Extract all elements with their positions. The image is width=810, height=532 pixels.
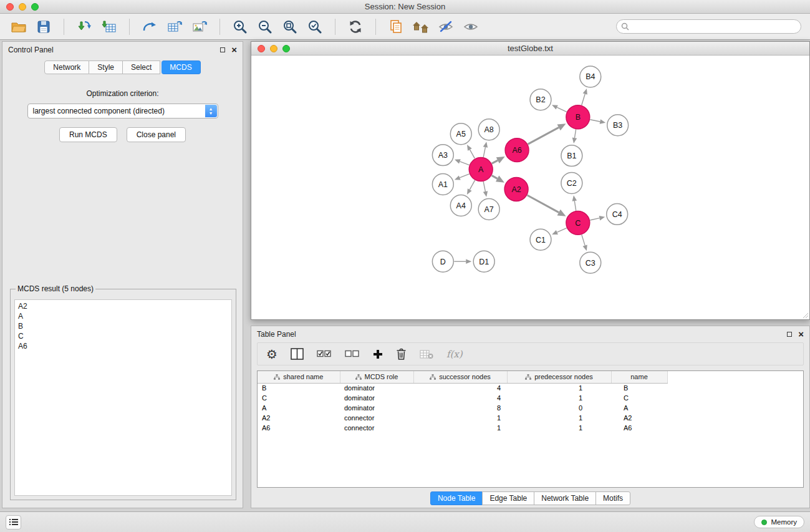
toolbar-separator [335,19,335,35]
table-cell: B [611,383,667,393]
select-all-icon[interactable] [317,350,332,358]
refresh-icon [347,19,364,35]
import-network-button[interactable] [74,17,94,37]
delete-table-icon[interactable] [420,349,433,359]
network-view-canvas[interactable]: B4B2BB3A5A8A6A3B1AC2A1A2A4A7C4CC1DD1C3 [251,56,809,319]
graph-edge[interactable] [528,127,559,144]
zoom-selected-icon [307,19,323,35]
refresh-button[interactable] [345,17,365,37]
table-settings-gear-icon[interactable]: ⚙ [266,348,277,360]
show-annotations-button[interactable] [461,17,481,37]
dropdown-stepper[interactable]: ▴ ▾ [205,105,217,117]
graph-edge[interactable] [574,129,576,138]
table-cell: 1 [507,413,611,423]
graph-edge[interactable] [460,174,469,178]
mcds-result-list[interactable]: A2ABCA6 [14,299,232,496]
export-network-button[interactable] [140,17,160,37]
run-mcds-button[interactable]: Run MCDS [59,127,117,142]
mcds-result-item[interactable]: C [18,331,228,341]
optimization-criterion-select[interactable]: largest connected component (directed) ▴… [27,104,218,118]
zoom-out-button[interactable] [255,17,275,37]
column-header-name[interactable]: name [611,371,667,383]
graph-edge[interactable] [557,228,566,233]
graph-edge[interactable] [590,218,599,220]
close-panel-button[interactable]: Close panel [127,127,186,142]
graph-node-label: B2 [536,95,545,104]
graph-edge[interactable] [582,94,586,105]
deselect-all-icon[interactable] [345,350,360,358]
zoom-in-button[interactable] [230,17,250,37]
mcds-result-item[interactable]: B [18,321,228,331]
column-header-predecessor-nodes[interactable]: predecessor nodes [507,371,611,383]
graph-edge[interactable] [470,180,475,190]
column-header-mcds-role[interactable]: MCDS role [340,371,413,383]
table-cell: dominator [340,393,413,403]
graph-edge[interactable] [574,201,576,211]
zoom-fit-button[interactable] [280,17,300,37]
table-row[interactable]: Cdominator41C [258,393,667,403]
export-table-button[interactable] [165,17,185,37]
tab-network-table[interactable]: Network Table [534,491,596,505]
table-row[interactable]: A6connector11A6 [258,423,667,433]
table-row[interactable]: A2connector11A2 [258,413,667,423]
tab-node-table[interactable]: Node Table [430,491,483,505]
tab-network[interactable]: Network [44,60,89,74]
delete-column-trash-icon[interactable] [396,348,407,360]
memory-button[interactable]: Memory [754,516,804,528]
memory-label: Memory [771,518,797,526]
graph-edge[interactable] [528,195,559,213]
close-panel-icon[interactable]: × [231,47,237,53]
graph-edge[interactable] [483,181,485,191]
graph-edge[interactable] [492,160,498,163]
task-history-button[interactable] [6,515,21,530]
hide-annotations-button[interactable] [436,17,456,37]
export-image-button[interactable] [190,17,210,37]
home-layout-button[interactable] [411,17,431,37]
mcds-result-item[interactable]: A [18,311,228,321]
graph-node-label: A1 [438,180,448,189]
column-header-shared-name[interactable]: shared name [258,371,340,383]
mcds-result-item[interactable]: A6 [18,341,228,351]
table-row[interactable]: Adominator80A [258,403,667,413]
zoom-network-window-button[interactable] [282,45,290,52]
minimize-network-window-button[interactable] [270,45,277,52]
open-session-button[interactable] [9,17,29,37]
close-table-panel-icon[interactable]: × [798,331,804,337]
mcds-result-item[interactable]: A2 [18,301,228,311]
graph-edge[interactable] [582,235,585,245]
graph-edge[interactable] [590,120,600,122]
tab-select[interactable]: Select [123,60,160,74]
float-table-panel-icon[interactable] [787,332,792,337]
save-session-button[interactable] [34,17,54,37]
tab-style[interactable]: Style [89,60,123,74]
table-row[interactable]: Bdominator41B [258,383,667,393]
resize-grip-icon[interactable] [801,311,809,319]
table-panel-tabs: Node Table Edge Table Network Table Moti… [251,491,809,508]
zoom-window-button[interactable] [31,3,39,11]
search-input[interactable] [616,19,801,34]
copy-style-button[interactable] [386,17,406,37]
graph-edge-arrowhead [455,159,461,163]
graph-edge[interactable] [483,147,485,157]
tab-mcds[interactable]: MCDS [162,60,200,74]
function-builder-icon[interactable]: f(x) [446,349,463,360]
add-column-icon[interactable] [373,349,383,359]
zoom-selected-button[interactable] [305,17,325,37]
tab-edge-table[interactable]: Edge Table [482,491,534,505]
float-panel-icon[interactable] [220,47,225,52]
close-window-button[interactable] [6,3,14,11]
graph-edge[interactable] [492,175,498,178]
import-table-button[interactable] [99,17,119,37]
network-graph[interactable]: B4B2BB3A5A8A6A3B1AC2A1A2A4A7C4CC1DD1C3 [251,56,809,319]
node-table-wrap: shared name MCDS role successor nodes pr… [257,370,804,488]
tab-motifs[interactable]: Motifs [595,491,630,505]
column-header-successor-nodes[interactable]: successor nodes [413,371,507,383]
open-folder-icon [11,19,27,34]
titlebar: Session: New Session [0,0,810,14]
graph-edge[interactable] [460,162,469,165]
graph-edge[interactable] [557,107,567,112]
show-columns-icon[interactable] [291,348,304,360]
graph-edge[interactable] [470,150,475,158]
close-network-window-button[interactable] [258,45,265,52]
minimize-window-button[interactable] [19,3,26,11]
